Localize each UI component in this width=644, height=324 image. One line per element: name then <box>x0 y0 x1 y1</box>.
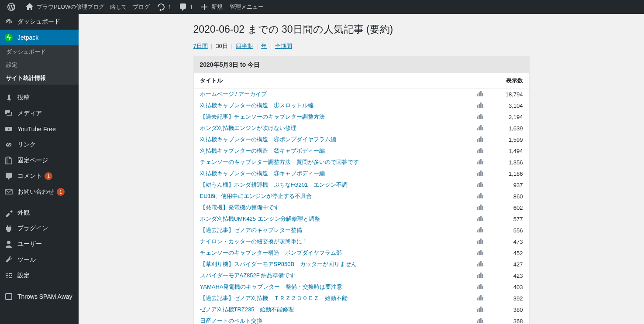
stats-chart-icon[interactable] <box>477 295 484 302</box>
post-title-link[interactable]: 【過去記事】チェンソーのキャブレター調整方法 <box>200 113 325 120</box>
post-title-link[interactable]: スパイダーモアAZ852F 納品準備です <box>200 272 296 279</box>
dashboard-icon <box>4 17 13 26</box>
svg-rect-58 <box>482 240 483 244</box>
site-name-link[interactable]: プラウPLOWの修理ブログ 略して ブログ <box>22 0 153 14</box>
sidebar-settings[interactable]: 設定 <box>0 268 79 283</box>
separator: | <box>211 43 212 49</box>
views-value: 380 <box>490 304 529 315</box>
admin-menu-link[interactable]: 管理メニュー <box>226 0 267 14</box>
stats-chart-icon[interactable] <box>477 182 484 188</box>
sidebar-links[interactable]: リンク <box>0 137 79 153</box>
sidebar-dashboard[interactable]: ダッシュボード <box>0 14 79 30</box>
sidebar-media[interactable]: メディア <box>0 106 79 121</box>
stats-chart-icon[interactable] <box>477 318 484 324</box>
svg-rect-43 <box>477 207 478 210</box>
stats-chart-icon[interactable] <box>477 216 484 222</box>
post-title-link[interactable]: 【過去記事】ゼノア刈払機 ＴＲＺ２３０ＥＺ 始動不能 <box>200 295 348 301</box>
table-row: 【過去記事】ゼノア刈払機 ＴＲＺ２３０ＥＺ 始動不能392 <box>194 293 529 304</box>
svg-rect-54 <box>482 229 483 232</box>
sidebar-jetpack-stats[interactable]: サイト統計情報 <box>0 72 79 85</box>
period-quarter[interactable]: 四半期 <box>236 43 253 49</box>
period-30days-current: 30日 <box>216 43 227 49</box>
updates-link[interactable]: 1 <box>153 0 175 14</box>
stats-chart-icon[interactable] <box>477 171 484 177</box>
svg-rect-82 <box>482 308 483 312</box>
stats-chart-icon[interactable] <box>477 261 484 268</box>
stats-chart-icon[interactable] <box>477 193 484 200</box>
stats-chart-icon[interactable] <box>477 136 484 143</box>
stats-chart-icon[interactable] <box>477 250 484 256</box>
sidebar-item-label: コメント <box>17 172 42 180</box>
sidebar-throws-spam[interactable]: Throws SPAM Away <box>0 289 79 304</box>
post-title-link[interactable]: 刈払機キャブレターの構造 ④ポンプダイヤフラム編 <box>200 136 336 143</box>
wp-logo-menu[interactable] <box>3 0 22 14</box>
period-year[interactable]: 年 <box>261 43 267 49</box>
stats-chart-icon[interactable] <box>477 284 484 290</box>
sidebar-jetpack-dashboard[interactable]: ダッシュボード <box>0 45 79 58</box>
stats-range-header: 2020年5月3日 to 今日 <box>194 57 529 73</box>
post-title-link[interactable]: 刈払機キャブレターの構造 ③キャブボディー編 <box>200 170 325 177</box>
post-title-link[interactable]: 【草刈り機】スパイダーモアSP850B カッターが回りません <box>200 261 357 267</box>
stats-chart-icon[interactable] <box>477 273 484 279</box>
stats-chart-icon[interactable] <box>477 114 484 120</box>
post-title-link[interactable]: ホンダ刈払機エンジンが吹けない修理 <box>200 125 296 131</box>
settings-icon <box>4 271 13 280</box>
sidebar-contact[interactable]: お問い合わせ 1 <box>0 184 79 200</box>
views-value: 423 <box>490 270 529 281</box>
stats-chart-icon[interactable] <box>477 227 484 234</box>
sidebar-plugins[interactable]: プラグイン <box>0 221 79 236</box>
sidebar-pages[interactable]: 固定ページ <box>0 153 79 168</box>
sidebar-item-label: メディア <box>17 109 42 117</box>
table-row: 日産ノートのベルト交換368 <box>194 315 529 324</box>
post-title-link[interactable]: 【発電機】発電機の整備中です <box>200 204 279 211</box>
stats-chart-icon[interactable] <box>477 148 484 154</box>
post-title-link[interactable]: ホームページ / アーカイブ <box>200 91 267 97</box>
post-title-link[interactable]: ゼノア刈払機TRZ235 始動不能修理 <box>200 306 294 313</box>
new-content-link[interactable]: 新規 <box>196 0 226 14</box>
sidebar-comments[interactable]: コメント 1 <box>0 168 79 184</box>
sidebar-tools[interactable]: ツール <box>0 252 79 268</box>
post-title-link[interactable]: 刈払機キャブレターの構造 ②キャブボディー編 <box>200 147 325 154</box>
post-title-link[interactable]: チェンソーのキャブレター調整方法 質問が多いので回答です <box>200 159 359 165</box>
sidebar-appearance[interactable]: 外観 <box>0 205 79 221</box>
stats-chart-icon[interactable] <box>477 239 484 245</box>
svg-rect-72 <box>479 285 480 289</box>
sidebar-jetpack[interactable]: Jetpack <box>0 30 79 45</box>
stats-chart-icon[interactable] <box>477 159 484 166</box>
stats-chart-icon[interactable] <box>477 102 484 109</box>
views-value: 427 <box>490 259 529 270</box>
svg-rect-22 <box>482 138 483 142</box>
post-title-link[interactable]: 【耕うん機】ホンダ耕運機 ぷちなFG201 エンジン不調 <box>200 181 348 188</box>
contact-badge: 1 <box>57 188 65 196</box>
svg-rect-75 <box>477 298 478 300</box>
sidebar-youtube[interactable]: YouTube Free <box>0 121 79 137</box>
post-title-link[interactable]: ホンダ刈払機UMK425 エンジン分解修理と調整 <box>200 215 320 222</box>
comments-link[interactable]: 1 <box>175 0 196 14</box>
sidebar-posts[interactable]: 投稿 <box>0 90 79 106</box>
sidebar-item-label: YouTube Free <box>17 126 56 133</box>
post-title-link[interactable]: チェンソーのキャブレター構造 ポンプダイヤフラム部 <box>200 249 342 256</box>
stats-chart-icon[interactable] <box>477 91 484 98</box>
svg-rect-49 <box>480 216 482 221</box>
svg-rect-40 <box>479 194 480 198</box>
post-title-link[interactable]: 刈払機キャブレターの構造 ①スロットル編 <box>200 102 313 109</box>
svg-rect-73 <box>480 284 482 289</box>
views-value: 392 <box>490 293 529 304</box>
period-7days[interactable]: 7日間 <box>193 43 208 49</box>
table-row: ナイロン・カッターの紐交換が超簡単に！473 <box>194 236 529 247</box>
svg-rect-86 <box>482 320 483 323</box>
svg-point-0 <box>5 34 13 41</box>
stats-chart-icon[interactable] <box>477 125 484 132</box>
post-title-link[interactable]: 【過去記事】ゼノアのキャブレター整備 <box>200 227 302 233</box>
sidebar-users[interactable]: ユーザー <box>0 236 79 252</box>
post-title-link[interactable]: 日産ノートのベルト交換 <box>200 317 262 324</box>
period-alltime[interactable]: 全期間 <box>275 43 292 49</box>
post-title-link[interactable]: ナイロン・カッターの紐交換が超簡単に！ <box>200 238 308 245</box>
svg-rect-71 <box>477 286 478 289</box>
post-title-link[interactable]: EU16i、使用中にエンジンが停止する不具合 <box>200 193 312 199</box>
sidebar-jetpack-settings[interactable]: 設定 <box>0 58 79 72</box>
stats-box: 2020年5月3日 to 今日 タイトル 表示数 ホームページ / アーカイブ1… <box>193 56 530 324</box>
stats-chart-icon[interactable] <box>477 307 484 313</box>
post-title-link[interactable]: YAMAHA発電機のキャブレター 整備・交換時は要注意 <box>200 283 343 290</box>
stats-chart-icon[interactable] <box>477 205 484 211</box>
